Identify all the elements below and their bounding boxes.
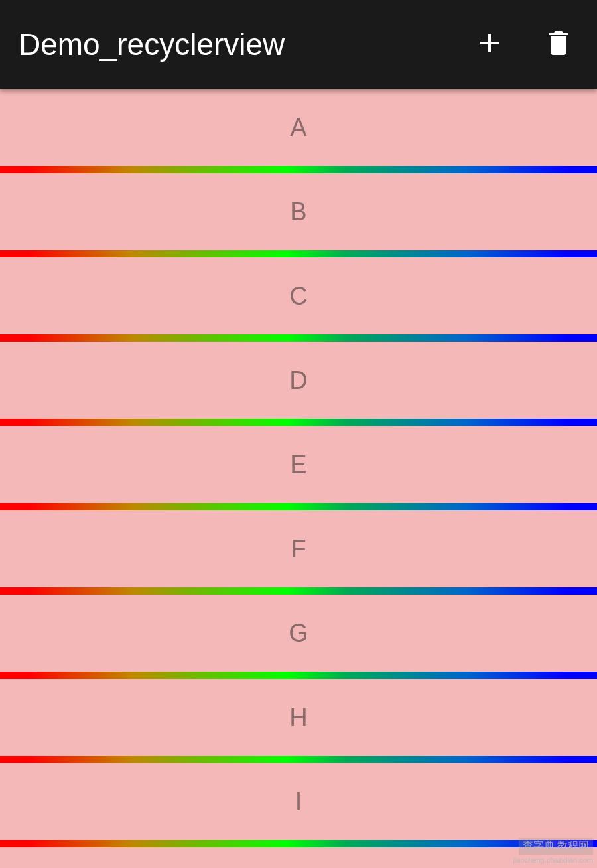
app-title: Demo_recyclerview — [19, 27, 470, 62]
item-divider — [0, 840, 597, 847]
plus-icon — [474, 27, 505, 62]
list-item-label: F — [291, 535, 306, 563]
list-item-label: D — [289, 366, 307, 395]
list-item[interactable]: I — [0, 763, 597, 840]
item-divider — [0, 166, 597, 173]
list-item-label: C — [289, 282, 307, 311]
watermark: 查字典 教程网 jiaocheng.chazidian.com — [513, 838, 593, 864]
list-item[interactable]: B — [0, 173, 597, 250]
item-divider — [0, 672, 597, 679]
list-item-label: I — [295, 788, 302, 816]
list-item[interactable]: H — [0, 679, 597, 756]
delete-button[interactable] — [539, 25, 578, 64]
list-item-label: H — [289, 703, 307, 732]
item-divider — [0, 587, 597, 595]
item-divider — [0, 503, 597, 510]
toolbar-actions — [470, 25, 578, 64]
item-divider — [0, 334, 597, 342]
add-button[interactable] — [470, 25, 509, 64]
list-item-label: G — [289, 619, 308, 648]
app-toolbar: Demo_recyclerview — [0, 0, 597, 89]
list-item-label: B — [290, 198, 306, 226]
list-item[interactable]: A — [0, 89, 597, 166]
list-item-label: A — [290, 113, 306, 142]
list-item-label: E — [290, 451, 306, 479]
item-divider — [0, 419, 597, 426]
item-divider — [0, 756, 597, 763]
watermark-line2: jiaocheng.chazidian.com — [513, 856, 593, 864]
list-item[interactable]: C — [0, 257, 597, 334]
list-item[interactable]: E — [0, 426, 597, 503]
recycler-view[interactable]: A B C D E F G H I — [0, 89, 597, 868]
watermark-line1: 查字典 教程网 — [519, 838, 593, 855]
trash-icon — [543, 27, 574, 62]
list-item[interactable]: F — [0, 510, 597, 587]
list-item[interactable]: D — [0, 342, 597, 419]
item-divider — [0, 250, 597, 257]
list-item[interactable]: G — [0, 595, 597, 672]
